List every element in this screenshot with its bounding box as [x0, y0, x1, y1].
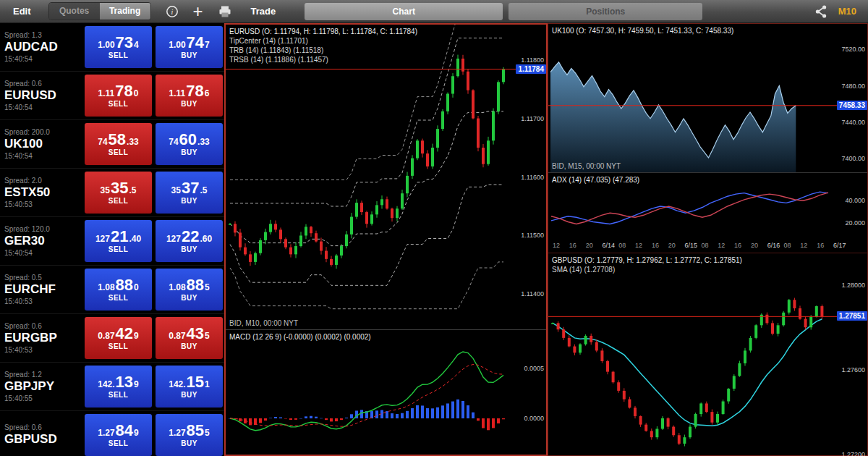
time-axis: 1216206/14081216206/15081216206/16081216… — [548, 240, 867, 253]
instrument-symbol: EURUSD — [4, 88, 81, 103]
price: 12721.40 — [95, 229, 141, 245]
tab-positions[interactable]: Positions — [509, 3, 702, 20]
time-axis-label: 6/17 — [833, 242, 846, 249]
price: 12722.60 — [166, 229, 212, 245]
buy-label: BUY — [181, 51, 197, 59]
chart-eurusd[interactable]: EURUSD (O: 1.11794, H: 1.11798, L: 1.117… — [226, 25, 546, 329]
sell-button[interactable]: 1.11780SELL — [85, 75, 152, 117]
buy-button[interactable]: 0.87435BUY — [156, 317, 223, 359]
buy-button[interactable]: 1.27855BUY — [156, 414, 223, 456]
buy-label: BUY — [181, 342, 197, 350]
current-price-badge: 7458.33 — [837, 101, 867, 110]
buy-button[interactable]: 1.00747BUY — [156, 26, 223, 68]
quote-row[interactable]: Spread: 0.6EURUSD15:40:541.11780SELL1.11… — [0, 72, 224, 120]
chart-gbpusd[interactable]: GBPUSD (O: 1.27779, H: 1.27962, L: 1.277… — [548, 253, 867, 456]
quote-row[interactable]: Spread: 1.3AUDCAD15:40:541.00734SELL1.00… — [0, 23, 224, 72]
axis-label: 1.11700 — [521, 115, 544, 122]
time-axis-label: 12 — [553, 242, 560, 249]
price-prefix: 0.87 — [98, 331, 114, 341]
timeframe-button[interactable]: M10 — [838, 6, 856, 17]
trading-toggle-button[interactable]: Trading — [100, 3, 150, 20]
buy-button[interactable]: 3537.5BUY — [156, 172, 223, 214]
chart-adx[interactable]: ADX (14) (47.035) (47.283) 40.00020.000 — [548, 172, 867, 240]
quote-row[interactable]: Spread: 120.0GER3015:40:5412721.40SELL12… — [0, 217, 224, 266]
info-icon[interactable]: i — [166, 5, 179, 18]
chart-macd[interactable]: MACD (12 26 9) (-0.0000) (0.0002) (0.000… — [226, 329, 546, 455]
instrument-symbol: EURGBP — [4, 331, 81, 345]
price-prefix: 1.08 — [98, 282, 114, 292]
plus-icon[interactable]: + — [193, 4, 203, 19]
price-fraction: 9 — [134, 331, 139, 341]
quote-info: Spread: 1.3AUDCAD15:40:54 — [0, 31, 81, 63]
axis-label: 0.0000 — [524, 415, 544, 422]
time-axis-label: 16 — [734, 242, 741, 249]
price-fraction: .5 — [200, 185, 207, 195]
price: 1.00734 — [98, 35, 139, 51]
sell-button[interactable]: 142.139SELL — [85, 366, 152, 408]
quote-row[interactable]: Spread: 0.6GBPUSD1.27849SELL1.27855BUY — [0, 411, 224, 456]
toolbar: Edit Quotes Trading i + Trade Chart Posi… — [0, 0, 868, 23]
price-pips: 35 — [111, 180, 128, 196]
axis-label: 1.28000 — [841, 282, 865, 289]
axis-label: 20.000 — [845, 219, 865, 227]
price: 1.08885 — [169, 277, 210, 293]
quote-time: 15:40:53 — [4, 200, 81, 208]
sell-button[interactable]: 1.27849SELL — [85, 414, 152, 456]
quote-row[interactable]: Spread: 2.0ESTX5015:40:533535.5SELL3537.… — [0, 169, 224, 217]
sell-label: SELL — [109, 342, 129, 350]
sell-label: SELL — [109, 439, 129, 447]
chart-footer: BID, M15, 00:00 NYT — [552, 162, 621, 170]
price-prefix: 142. — [169, 379, 185, 389]
quote-time: 15:40:55 — [4, 394, 81, 402]
time-axis-label: 6/14 — [602, 242, 615, 249]
axis-label: 1.11400 — [521, 290, 544, 297]
sell-button[interactable]: 3535.5SELL — [85, 172, 152, 214]
quote-row[interactable]: Spread: 0.6EURGBP15:40:530.87429SELL0.87… — [0, 314, 224, 363]
price-pips: 60 — [179, 132, 197, 148]
time-axis-label: 20 — [668, 242, 676, 249]
sell-button[interactable]: 1.08880SELL — [85, 269, 152, 311]
time-axis-label: 16 — [817, 242, 824, 249]
time-axis-label: 20 — [751, 242, 758, 249]
quote-row[interactable]: Spread: 200.0UK10015:40:547458.33SELL746… — [0, 120, 224, 169]
sell-button[interactable]: 0.87429SELL — [85, 317, 152, 359]
instrument-symbol: GBPUSD — [4, 432, 81, 447]
buy-button[interactable]: 1.08885BUY — [156, 269, 223, 311]
buy-button[interactable]: 1.11786BUY — [156, 75, 223, 117]
quotes-trading-toggle: Quotes Trading — [48, 2, 151, 20]
quote-row[interactable]: Spread: 1.2GBPJPY15:40:55142.139SELL142.… — [0, 363, 224, 411]
price-prefix: 35 — [101, 185, 110, 195]
buy-button[interactable]: 12722.60BUY — [156, 220, 223, 262]
quote-time: 15:40:53 — [4, 346, 81, 354]
axis-label: 0.0005 — [524, 365, 544, 372]
quote-info: Spread: 0.6EURGBP15:40:53 — [0, 322, 81, 354]
price-pips: 88 — [116, 277, 133, 293]
sell-button[interactable]: 7458.33SELL — [85, 123, 152, 165]
sell-button[interactable]: 12721.40SELL — [85, 220, 152, 262]
price: 3537.5 — [171, 180, 208, 196]
quotes-toggle-button[interactable]: Quotes — [49, 3, 100, 20]
spread-label: Spread: 1.2 — [4, 371, 81, 379]
trade-button[interactable]: Trade — [251, 6, 276, 17]
axis-label: 1.11500 — [521, 232, 544, 239]
edit-button[interactable]: Edit — [13, 6, 31, 17]
price: 1.00747 — [169, 35, 210, 51]
price-fraction: .60 — [200, 234, 212, 244]
print-icon[interactable] — [218, 5, 232, 18]
sell-button[interactable]: 1.00734SELL — [85, 26, 152, 68]
price-pips: 84 — [116, 423, 133, 439]
price: 1.11780 — [98, 83, 139, 99]
quote-info: Spread: 2.0ESTX5015:40:53 — [0, 177, 81, 208]
price-prefix: 1.08 — [169, 282, 185, 292]
chart-uk100[interactable]: UK100 (O: 7457.30, H: 7459.50, L: 7451.3… — [548, 24, 867, 172]
price-prefix: 127 — [166, 234, 181, 244]
sell-label: SELL — [109, 100, 129, 108]
price-pips: 74 — [187, 35, 204, 51]
price-pips: 42 — [116, 326, 133, 342]
tab-chart[interactable]: Chart — [305, 3, 503, 20]
buy-button[interactable]: 142.151BUY — [156, 366, 223, 408]
quote-row[interactable]: Spread: 0.5EURCHF15:40:531.08880SELL1.08… — [0, 266, 224, 314]
buy-button[interactable]: 7460.33BUY — [156, 123, 223, 165]
share-icon[interactable] — [814, 4, 828, 19]
sell-label: SELL — [109, 245, 129, 253]
